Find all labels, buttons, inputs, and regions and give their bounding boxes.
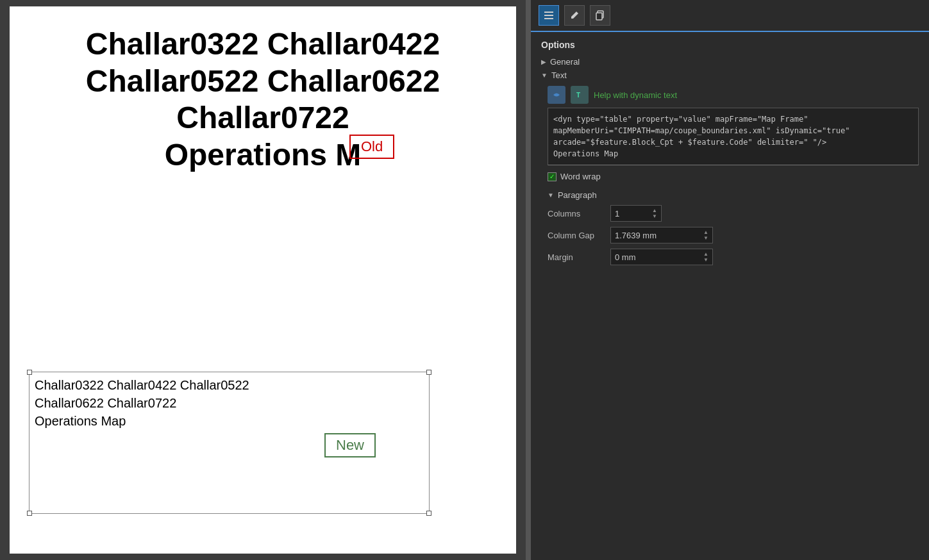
column-gap-input[interactable]: 1.7639 mm ▲ ▼ xyxy=(610,227,713,243)
margin-input[interactable]: 0 mm ▲ ▼ xyxy=(610,249,713,265)
word-wrap-checkbox[interactable]: ✓ xyxy=(548,172,557,181)
old-text-block: Challar0322 Challar0422 Challar0522 Chal… xyxy=(29,26,497,173)
handle-bottom-right[interactable] xyxy=(426,511,431,516)
word-wrap-label: Word wrap xyxy=(560,172,601,181)
toolbar-btn-list[interactable] xyxy=(539,5,559,26)
canvas-area: Challar0322 Challar0422 Challar0522 Chal… xyxy=(0,0,526,560)
old-text-content: Challar0322 Challar0422 Challar0522 Chal… xyxy=(29,26,497,173)
new-line1: Challar0322 Challar0422 Challar0522 xyxy=(35,376,424,394)
paragraph-label: Paragraph xyxy=(558,190,597,200)
old-line3: Challar0722 xyxy=(29,99,497,136)
panel-toolbar xyxy=(531,0,929,32)
columns-input[interactable]: 1 ▲ ▼ xyxy=(610,205,662,222)
word-wrap-row: ✓ Word wrap xyxy=(548,168,919,185)
new-text-block[interactable]: Challar0322 Challar0422 Challar0522 Chal… xyxy=(29,372,430,514)
toolbar-btn-edit[interactable] xyxy=(564,5,585,26)
paragraph-header[interactable]: ▼ Paragraph xyxy=(548,190,919,200)
column-gap-row: Column Gap 1.7639 mm ▲ ▼ xyxy=(548,227,919,243)
text-arrow: ▼ xyxy=(541,72,548,79)
new-line3: Operations Map xyxy=(35,412,424,430)
columns-row: Columns 1 ▲ ▼ xyxy=(548,205,919,222)
column-gap-value: 1.7639 mm xyxy=(615,231,657,240)
paragraph-arrow: ▼ xyxy=(548,192,554,199)
svg-rect-2 xyxy=(544,18,553,19)
margin-spinner[interactable]: ▲ ▼ xyxy=(703,251,708,263)
right-panel: Options ▶ General ▼ Text xyxy=(531,0,929,560)
svg-text:T: T xyxy=(576,92,580,99)
panel-divider xyxy=(526,0,531,560)
old-line1: Challar0322 Challar0422 xyxy=(29,26,497,63)
margin-label: Margin xyxy=(548,252,605,262)
margin-row: Margin 0 mm ▲ ▼ xyxy=(548,249,919,265)
old-label: Old xyxy=(349,135,394,159)
columns-label: Columns xyxy=(548,209,605,218)
svg-rect-1 xyxy=(544,15,553,16)
old-line4: Operations M xyxy=(29,136,497,174)
old-line2: Challar0522 Challar0622 xyxy=(29,63,497,100)
dynamic-icon-1[interactable] xyxy=(548,86,565,104)
handle-top-right[interactable] xyxy=(426,370,431,375)
editor-content: <dyn type="table" property="value" mapFr… xyxy=(553,115,849,158)
column-gap-label: Column Gap xyxy=(548,231,605,240)
dynamic-icon-2[interactable]: T xyxy=(571,86,589,104)
options-header: Options xyxy=(541,40,919,50)
columns-value: 1 xyxy=(615,209,619,218)
dynamic-text-bar: T Help with dynamic text xyxy=(548,82,919,108)
handle-top-left[interactable] xyxy=(27,370,32,375)
general-arrow: ▶ xyxy=(541,58,546,65)
general-row[interactable]: ▶ General xyxy=(541,55,919,69)
text-label: Text xyxy=(551,70,567,80)
text-row[interactable]: ▼ Text xyxy=(541,69,919,82)
svg-rect-0 xyxy=(544,12,553,13)
new-line2: Challar0622 Challar0722 xyxy=(35,394,424,412)
text-editor-box[interactable]: <dyn type="table" property="value" mapFr… xyxy=(548,108,919,165)
columns-spinner[interactable]: ▲ ▼ xyxy=(652,208,657,219)
handle-bottom-left[interactable] xyxy=(27,511,32,516)
options-section: Options ▶ General ▼ Text xyxy=(541,40,919,265)
column-gap-spinner[interactable]: ▲ ▼ xyxy=(703,229,708,241)
paragraph-section: ▼ Paragraph Columns 1 ▲ ▼ xyxy=(548,190,919,265)
new-label: New xyxy=(324,433,376,457)
canvas-paper: Challar0322 Challar0422 Challar0522 Chal… xyxy=(10,6,516,554)
options-panel: Options ▶ General ▼ Text xyxy=(531,32,929,560)
margin-value: 0 mm xyxy=(615,252,636,262)
general-label: General xyxy=(550,57,580,67)
toolbar-btn-copy[interactable] xyxy=(590,5,610,26)
svg-rect-4 xyxy=(596,13,602,20)
help-link[interactable]: Help with dynamic text xyxy=(594,90,677,100)
text-sub-section: T Help with dynamic text <dyn type="tabl… xyxy=(548,82,919,265)
